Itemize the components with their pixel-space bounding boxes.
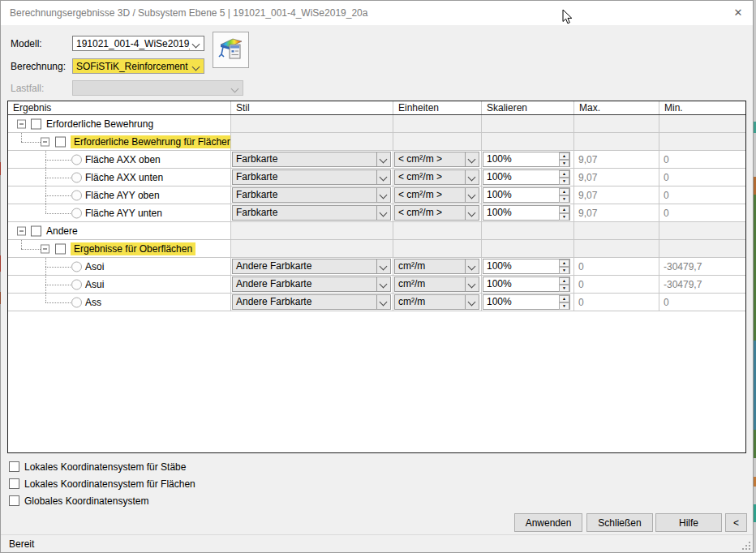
collapse-button[interactable]: < [725, 513, 747, 532]
row-radio[interactable] [71, 297, 82, 307]
row-radio[interactable] [71, 261, 82, 272]
table-row: Erforderliche Bewehrung für Flächen [8, 133, 745, 151]
scale-input[interactable]: 100% ▲ ▼ [483, 187, 570, 203]
unit-select[interactable]: < cm²/m > [394, 169, 479, 185]
unit-cell: < cm²/m > [393, 169, 482, 186]
chevron-down-icon[interactable] [190, 59, 204, 73]
spin-down-icon[interactable]: ▼ [559, 178, 569, 185]
table-row: Fläche AYY oben Farbkarte < cm²/m > 100%… [8, 186, 745, 204]
chevron-down-icon[interactable] [465, 259, 479, 273]
style-cell [231, 115, 393, 132]
style-select[interactable]: Andere Farbkarte [232, 259, 391, 274]
option-checkbox[interactable] [9, 478, 19, 489]
apply-button[interactable]: Anwenden [514, 513, 582, 532]
chevron-down-icon[interactable] [376, 295, 390, 309]
row-checkbox[interactable] [55, 243, 66, 254]
table-row: Erforderliche Bewehrung [8, 115, 745, 133]
close-icon[interactable]: ✕ [731, 6, 745, 19]
style-select[interactable]: Andere Farbkarte [232, 276, 391, 292]
unit-select[interactable]: cm²/m [394, 259, 479, 274]
row-checkbox[interactable] [31, 225, 41, 236]
spin-down-icon[interactable]: ▼ [559, 213, 569, 221]
style-select[interactable]: Farbkarte [232, 152, 391, 167]
chevron-down-icon[interactable] [376, 277, 390, 291]
close-button[interactable]: Schließen [586, 513, 653, 532]
min-value: -30479,7 [664, 279, 702, 290]
result-cell: Ergebnisse für Oberflächen [8, 240, 231, 257]
spin-down-icon[interactable]: ▼ [559, 195, 569, 203]
min-cell: 0 [659, 169, 745, 186]
spin-up-icon[interactable]: ▲ [559, 277, 569, 285]
chevron-down-icon[interactable] [465, 152, 479, 166]
chevron-down-icon[interactable] [376, 170, 390, 184]
style-select[interactable]: Farbkarte [232, 205, 391, 221]
chevron-down-icon[interactable] [376, 188, 390, 202]
option-checkbox[interactable] [9, 495, 19, 506]
model-label: Modell: [11, 38, 42, 49]
tree-collapse-icon[interactable] [17, 119, 26, 128]
scale-input[interactable]: 100% ▲ ▼ [483, 294, 570, 310]
scale-input[interactable]: 100% ▲ ▼ [483, 205, 570, 221]
chevron-down-icon[interactable] [376, 206, 390, 220]
scale-input[interactable]: 100% ▲ ▼ [483, 169, 570, 185]
model-select[interactable]: 191021_001-4_WiSe2019_20 [72, 36, 204, 51]
unit-cell: < cm²/m > [393, 186, 482, 204]
style-select[interactable]: Andere Farbkarte [232, 294, 391, 310]
spin-up-icon[interactable]: ▲ [559, 170, 569, 178]
spin-down-icon[interactable]: ▼ [559, 302, 569, 310]
row-label: Ass [85, 297, 101, 308]
row-checkbox[interactable] [55, 136, 66, 147]
spin-up-icon[interactable]: ▲ [559, 152, 569, 160]
row-radio[interactable] [71, 279, 82, 289]
chevron-down-icon[interactable] [190, 36, 204, 50]
unit-select[interactable]: cm²/m [394, 294, 479, 310]
row-radio[interactable] [71, 154, 82, 165]
scale-input[interactable]: 100% ▲ ▼ [483, 276, 570, 292]
unit-select[interactable]: < cm²/m > [394, 187, 479, 203]
column-header-skalieren: Skalieren [482, 101, 574, 114]
unit-select[interactable]: cm²/m [394, 276, 479, 292]
column-header-max: Max. [574, 101, 659, 114]
style-select[interactable]: Farbkarte [232, 187, 391, 203]
tree-collapse-icon[interactable] [41, 137, 49, 146]
min-cell [659, 222, 745, 239]
chevron-down-icon[interactable] [376, 259, 390, 273]
row-checkbox[interactable] [31, 118, 41, 129]
calculation-select[interactable]: SOFiSTiK_Reinforcement (201 [72, 58, 204, 74]
style-value: Farbkarte [233, 188, 376, 202]
help-button[interactable]: Hilfe [655, 513, 722, 532]
display-settings-button[interactable] [213, 32, 249, 68]
chevron-down-icon[interactable] [465, 188, 479, 202]
option-checkbox[interactable] [9, 461, 19, 472]
chevron-down-icon[interactable] [465, 206, 479, 220]
spin-down-icon[interactable]: ▼ [559, 267, 569, 274]
row-radio[interactable] [71, 172, 82, 182]
scale-cell: 100% ▲ ▼ [482, 169, 574, 186]
max-cell: 0 [574, 294, 659, 311]
chevron-down-icon[interactable] [465, 295, 479, 309]
spin-up-icon[interactable]: ▲ [559, 188, 569, 195]
spin-down-icon[interactable]: ▼ [559, 285, 569, 292]
scale-cell [482, 133, 574, 150]
unit-cell [393, 115, 482, 132]
tree-collapse-icon[interactable] [41, 244, 49, 253]
chevron-down-icon[interactable] [376, 152, 390, 166]
unit-value: < cm²/m > [395, 188, 465, 202]
spin-up-icon[interactable]: ▲ [559, 259, 569, 267]
unit-select[interactable]: < cm²/m > [394, 152, 479, 167]
style-value: Andere Farbkarte [233, 295, 376, 309]
scale-input[interactable]: 100% ▲ ▼ [483, 152, 570, 167]
spin-up-icon[interactable]: ▲ [559, 295, 569, 302]
tree-collapse-icon[interactable] [17, 226, 26, 235]
row-radio[interactable] [71, 208, 82, 218]
spin-up-icon[interactable]: ▲ [559, 206, 569, 213]
spin-down-icon[interactable]: ▼ [559, 160, 569, 167]
style-select[interactable]: Farbkarte [232, 169, 391, 185]
unit-select[interactable]: < cm²/m > [394, 205, 479, 221]
chevron-down-icon[interactable] [465, 277, 479, 291]
scale-input[interactable]: 100% ▲ ▼ [483, 259, 570, 274]
chevron-down-icon[interactable] [465, 170, 479, 184]
row-radio[interactable] [71, 190, 82, 200]
resize-grip-icon[interactable] [740, 539, 750, 550]
min-cell [659, 240, 745, 257]
